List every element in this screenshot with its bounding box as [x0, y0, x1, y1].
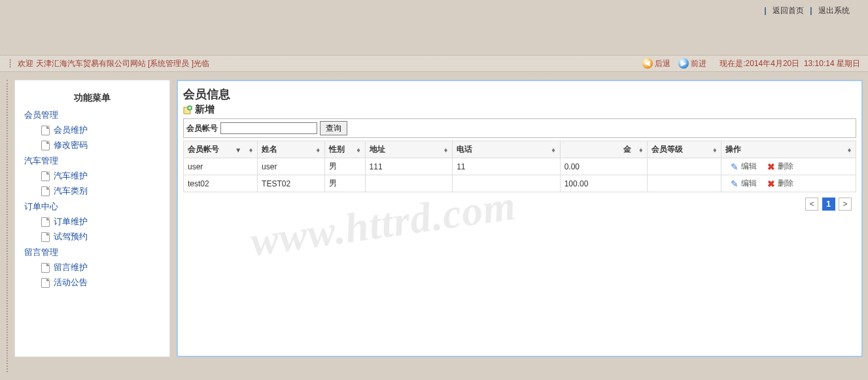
col-phone-header[interactable]: 电话♦ — [453, 141, 560, 158]
cell-name: user — [258, 158, 325, 175]
sidebar-item-label: 留言维护 — [54, 262, 88, 273]
sidebar-item[interactable]: 留言维护 — [41, 262, 160, 273]
col-action-label: 操作 — [725, 145, 741, 154]
col-gender-header[interactable]: 性别♦ — [324, 141, 365, 158]
search-label: 会员帐号 — [186, 123, 218, 134]
cell-account: test02 — [184, 175, 258, 192]
sidebar-item-label: 汽车类别 — [54, 185, 88, 197]
sort-icon[interactable]: ♦ — [845, 146, 852, 154]
now-label: 现在是: — [720, 59, 745, 68]
sidebar-item-label: 修改密码 — [54, 139, 88, 151]
cell-account: user — [184, 158, 258, 175]
sidebar-category[interactable]: 订单中心 — [24, 201, 160, 213]
file-icon — [41, 126, 50, 135]
forward-button[interactable]: ▶ 前进 — [678, 55, 706, 72]
sort-icon[interactable]: ♦ — [355, 146, 361, 154]
search-input[interactable] — [220, 122, 317, 134]
sidebar-category[interactable]: 留言管理 — [24, 247, 160, 258]
sidebar-item[interactable]: 汽车维护 — [41, 170, 160, 182]
delete-link[interactable]: ✖删除 — [767, 178, 793, 189]
sort-icon[interactable]: ♦ — [549, 146, 556, 154]
file-icon — [41, 263, 50, 273]
delete-label: 删除 — [778, 178, 793, 189]
table-row: useruser男111110.00✎编辑✖删除 — [184, 158, 856, 175]
dots-decoration: ┊ — [8, 59, 13, 68]
back-icon: ◀ — [642, 58, 653, 69]
return-home-link[interactable]: 返回首页 — [773, 6, 804, 15]
col-name-label: 姓名 — [262, 145, 277, 154]
cell-level — [648, 158, 721, 175]
table-header-row: 会员帐号▼♦ 姓名♦ 性别♦ 地址♦ 电话♦ 金♦ 会员等级♦ 操作♦ — [184, 141, 856, 158]
banner — [0, 21, 868, 55]
col-amount-header[interactable]: 金♦ — [560, 141, 648, 158]
cell-action: ✎编辑✖删除 — [721, 175, 856, 192]
sidebar-item[interactable]: 汽车类别 — [41, 185, 160, 197]
sidebar-item-label: 试驾预约 — [54, 231, 88, 243]
sidebar-item[interactable]: 订单维护 — [41, 216, 160, 228]
dotted-left — [7, 80, 8, 372]
cell-level — [648, 175, 721, 192]
sort-icon[interactable]: ♦ — [636, 146, 643, 154]
dropdown-icon[interactable]: ▼ — [235, 146, 241, 153]
divider: | — [764, 6, 766, 15]
pager-next[interactable]: > — [839, 198, 852, 211]
col-name-header[interactable]: 姓名♦ — [258, 141, 325, 158]
sidebar-item[interactable]: 会员维护 — [41, 124, 160, 136]
logout-link[interactable]: 退出系统 — [818, 6, 850, 15]
search-button[interactable]: 查询 — [320, 121, 347, 135]
add-icon — [183, 105, 192, 114]
sidebar-category[interactable]: 会员管理 — [24, 109, 160, 121]
menu-title: 功能菜单 — [24, 92, 160, 104]
forward-icon: ▶ — [678, 58, 689, 69]
forward-label: 前进 — [691, 55, 706, 72]
pager-prev[interactable]: < — [805, 198, 818, 211]
search-row: 会员帐号 查询 — [183, 118, 856, 138]
edit-label: 编辑 — [741, 178, 757, 189]
welcome-bar: ┊ 欢迎 天津汇海汽车贸易有限公司网站 [系统管理员 ]光临 ◀ 后退 ▶ 前进… — [0, 55, 868, 72]
back-button[interactable]: ◀ 后退 — [642, 55, 670, 72]
now-date: 2014年4月20日 — [746, 59, 800, 68]
edit-link[interactable]: ✎编辑 — [731, 161, 757, 172]
cell-phone — [453, 175, 560, 192]
sidebar-item[interactable]: 活动公告 — [41, 277, 160, 288]
cell-name: TEST02 — [258, 175, 325, 192]
pencil-icon: ✎ — [731, 179, 738, 189]
delete-label: 删除 — [778, 161, 793, 172]
col-action-header[interactable]: 操作♦ — [721, 141, 856, 158]
add-button[interactable]: 新增 — [183, 103, 856, 116]
sort-icon[interactable]: ♦ — [442, 146, 448, 154]
pager-page-1[interactable]: 1 — [822, 198, 835, 211]
sort-icon[interactable]: ♦ — [247, 146, 253, 154]
col-level-header[interactable]: 会员等级♦ — [648, 141, 721, 158]
cell-address — [365, 175, 453, 192]
sidebar-category[interactable]: 汽车管理 — [24, 155, 160, 167]
sidebar-item[interactable]: 试驾预约 — [41, 231, 160, 243]
welcome-role: 系统管理员 — [150, 59, 189, 68]
welcome-site: 天津汇海汽车贸易有限公司网站 — [36, 59, 146, 68]
content-panel: 会员信息 新增 会员帐号 查询 会员帐号▼♦ 姓名♦ 性别♦ 地址♦ — [177, 80, 863, 357]
file-icon — [41, 141, 50, 150]
sort-icon[interactable]: ♦ — [710, 146, 717, 154]
cell-amount: 0.00 — [560, 158, 648, 175]
now-weekday: 星期日 — [837, 59, 860, 68]
col-gender-label: 性别 — [329, 145, 345, 154]
col-account-header[interactable]: 会员帐号▼♦ — [184, 141, 258, 158]
file-icon — [41, 171, 50, 181]
cell-amount: 100.00 — [560, 175, 648, 192]
pencil-icon: ✎ — [731, 162, 738, 172]
delete-link[interactable]: ✖删除 — [767, 161, 793, 172]
edit-label: 编辑 — [741, 161, 757, 172]
divider: | — [810, 6, 812, 15]
welcome-suffix: 光临 — [194, 59, 209, 68]
edit-link[interactable]: ✎编辑 — [731, 178, 757, 189]
sidebar: 功能菜单 会员管理会员维护修改密码汽车管理汽车维护汽车类别订单中心订单维护试驾预… — [14, 80, 170, 357]
watermark: www.httrd.com — [247, 181, 519, 266]
sidebar-item-label: 订单维护 — [54, 216, 88, 228]
col-level-label: 会员等级 — [651, 145, 683, 154]
sidebar-item-label: 会员维护 — [54, 124, 88, 136]
cell-gender: 男 — [324, 175, 365, 192]
col-address-header[interactable]: 地址♦ — [365, 141, 453, 158]
sidebar-item[interactable]: 修改密码 — [41, 139, 160, 151]
top-bar: | 返回首页 | 退出系统 — [0, 0, 868, 21]
sort-icon[interactable]: ♦ — [314, 146, 321, 154]
